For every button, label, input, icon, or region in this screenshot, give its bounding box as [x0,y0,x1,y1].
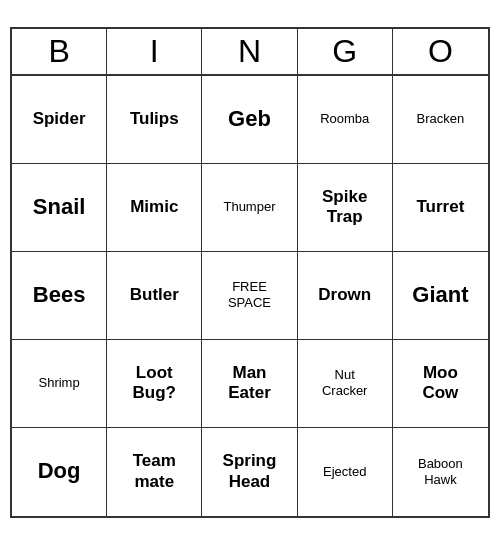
cell-text: Spring Head [223,451,277,492]
cell-text: Roomba [320,111,369,127]
bingo-cell: Shrimp [12,340,107,428]
bingo-cell: Drown [298,252,393,340]
bingo-cell: Tulips [107,76,202,164]
bingo-cell: Spider [12,76,107,164]
header-letter: B [12,29,107,74]
cell-text: Mimic [130,197,178,217]
bingo-cell: Butler [107,252,202,340]
bingo-cell: Loot Bug? [107,340,202,428]
cell-text: Geb [228,106,271,132]
cell-text: Loot Bug? [133,363,176,404]
bingo-cell: Man Eater [202,340,297,428]
bingo-cell: Giant [393,252,488,340]
bingo-cell: Spike Trap [298,164,393,252]
cell-text: Butler [130,285,179,305]
bingo-cell: Bees [12,252,107,340]
bingo-header: BINGO [12,29,488,76]
bingo-cell: Nut Cracker [298,340,393,428]
cell-text: Thumper [223,199,275,215]
bingo-cell: Ejected [298,428,393,516]
cell-text: Shrimp [39,375,80,391]
cell-text: Bees [33,282,86,308]
cell-text: Man Eater [228,363,271,404]
cell-text: Giant [412,282,468,308]
cell-text: Nut Cracker [322,367,368,398]
cell-text: Drown [318,285,371,305]
cell-text: Baboon Hawk [418,456,463,487]
bingo-card: BINGO SpiderTulipsGebRoombaBrackenSnailM… [10,27,490,518]
header-letter: G [298,29,393,74]
bingo-cell: Baboon Hawk [393,428,488,516]
header-letter: O [393,29,488,74]
cell-text: Moo Cow [422,363,458,404]
cell-text: Dog [38,458,81,484]
bingo-cell: Mimic [107,164,202,252]
bingo-cell: Dog [12,428,107,516]
bingo-cell: Team mate [107,428,202,516]
bingo-cell: Spring Head [202,428,297,516]
cell-text: Spider [33,109,86,129]
cell-text: FREE SPACE [228,279,271,310]
cell-text: Tulips [130,109,179,129]
cell-text: Snail [33,194,86,220]
bingo-cell: Thumper [202,164,297,252]
bingo-cell: Turret [393,164,488,252]
cell-text: Team mate [133,451,176,492]
cell-text: Ejected [323,464,366,480]
header-letter: I [107,29,202,74]
bingo-cell: Geb [202,76,297,164]
cell-text: Spike Trap [322,187,367,228]
header-letter: N [202,29,297,74]
bingo-cell: Roomba [298,76,393,164]
bingo-cell: Moo Cow [393,340,488,428]
cell-text: Bracken [417,111,465,127]
bingo-cell: Bracken [393,76,488,164]
bingo-grid: SpiderTulipsGebRoombaBrackenSnailMimicTh… [12,76,488,516]
cell-text: Turret [416,197,464,217]
bingo-cell: Snail [12,164,107,252]
bingo-cell: FREE SPACE [202,252,297,340]
